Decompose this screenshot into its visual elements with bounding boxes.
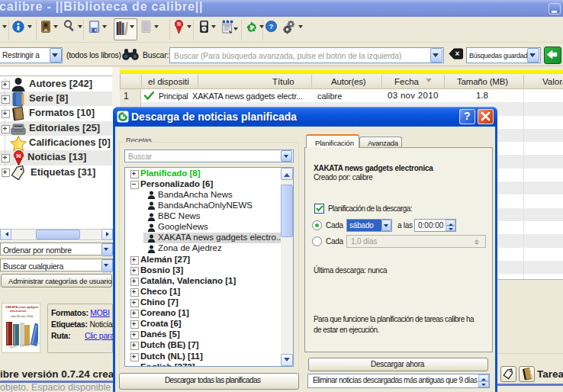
svg-text:?: ?	[269, 22, 274, 31]
svg-text:N: N	[17, 153, 21, 159]
svg-text:N: N	[177, 21, 181, 27]
svg-text:×: ×	[455, 50, 460, 58]
